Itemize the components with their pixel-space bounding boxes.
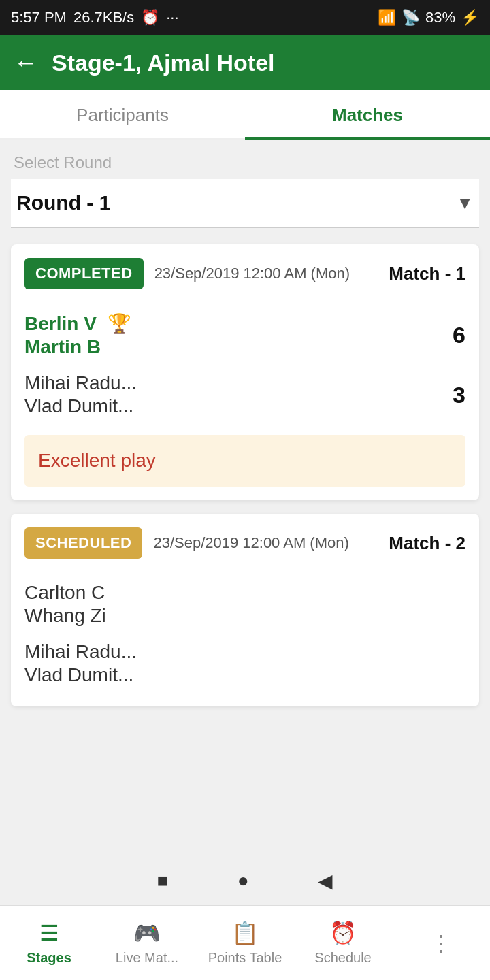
chevron-down-icon: ▼ bbox=[456, 193, 474, 214]
nav-item-more[interactable]: ⋮ bbox=[392, 924, 490, 963]
points-table-icon: 📋 bbox=[231, 920, 259, 946]
match2-team2-player1: Mihai Radu... bbox=[24, 641, 137, 663]
select-round-label: Select Round bbox=[11, 153, 479, 172]
nav-item-live[interactable]: 🎮 Live Mat... bbox=[98, 913, 196, 973]
match-datetime-2: 23/Sep/2019 12:00 AM (Mon) bbox=[153, 534, 378, 552]
back-nav-button[interactable]: ◀ bbox=[318, 870, 333, 892]
match-note-1: Excellent play bbox=[24, 435, 466, 487]
team1-player2: Martin B bbox=[24, 336, 131, 358]
battery-level: 83% bbox=[425, 9, 455, 27]
team-row-loser: Mihai Radu... Vlad Dumit... 3 bbox=[24, 365, 466, 424]
team2-names: Mihai Radu... Vlad Dumit... bbox=[24, 372, 137, 417]
live-matches-icon: 🎮 bbox=[133, 920, 161, 946]
status-badge-scheduled: SCHEDULED bbox=[24, 527, 142, 559]
team2-player2: Vlad Dumit... bbox=[24, 395, 137, 417]
nav-label-live: Live Mat... bbox=[116, 950, 178, 966]
team-row-winner: Berlin V 🏆 Martin B 6 bbox=[24, 306, 466, 365]
home-button[interactable]: ● bbox=[238, 870, 249, 892]
match2-team2-player2: Vlad Dumit... bbox=[24, 664, 137, 686]
team2-score: 3 bbox=[453, 382, 466, 408]
match-number-1: Match - 1 bbox=[389, 263, 466, 284]
status-time: 5:57 PM bbox=[11, 9, 67, 27]
dots-icon: ··· bbox=[166, 9, 178, 27]
match2-team1-player2: Whang Zi bbox=[24, 605, 106, 627]
trophy-icon: 🏆 bbox=[108, 313, 131, 334]
bottom-nav: ☰ Stages 🎮 Live Mat... 📋 Points Table ⏰ … bbox=[0, 905, 490, 980]
match-number-2: Match - 2 bbox=[389, 533, 466, 554]
match2-team2-names: Mihai Radu... Vlad Dumit... bbox=[24, 641, 137, 686]
team1-player1: Berlin V 🏆 bbox=[24, 312, 131, 335]
alarm-icon: ⏰ bbox=[141, 9, 159, 27]
page-title: Stage-1, Ajmal Hotel bbox=[52, 50, 274, 76]
nav-item-schedule[interactable]: ⏰ Schedule bbox=[294, 913, 392, 973]
nav-label-points: Points Table bbox=[208, 950, 282, 966]
match2-team2-row: Mihai Radu... Vlad Dumit... bbox=[24, 634, 466, 693]
match-card-2: SCHEDULED 23/Sep/2019 12:00 AM (Mon) Mat… bbox=[11, 514, 479, 706]
square-button[interactable]: ■ bbox=[157, 870, 169, 892]
match-card-1: COMPLETED 23/Sep/2019 12:00 AM (Mon) Mat… bbox=[11, 244, 479, 500]
team1-score: 6 bbox=[453, 322, 466, 348]
match2-team1-row: Carlton C Whang Zi bbox=[24, 575, 466, 634]
wifi-icon: 📶 bbox=[378, 9, 396, 27]
back-button[interactable]: ← bbox=[14, 48, 38, 77]
stages-icon: ☰ bbox=[39, 920, 59, 946]
status-network: 26.7KB/s bbox=[74, 9, 134, 27]
round-dropdown[interactable]: Round - 1 ▼ bbox=[11, 179, 479, 228]
tab-participants[interactable]: Participants bbox=[0, 90, 245, 138]
signal-icon: 📡 bbox=[402, 9, 420, 27]
header: ← Stage-1, Ajmal Hotel bbox=[0, 35, 490, 90]
nav-label-schedule: Schedule bbox=[314, 950, 371, 966]
tabs-bar: Participants Matches bbox=[0, 90, 490, 140]
match-header-2: SCHEDULED 23/Sep/2019 12:00 AM (Mon) Mat… bbox=[24, 527, 466, 559]
match2-team1-names: Carlton C Whang Zi bbox=[24, 582, 106, 627]
team1-names: Berlin V 🏆 Martin B bbox=[24, 312, 131, 358]
more-icon: ⋮ bbox=[430, 930, 452, 956]
tab-matches[interactable]: Matches bbox=[245, 90, 490, 138]
status-bar: 5:57 PM 26.7KB/s ⏰ ··· 📶 📡 83% ⚡ bbox=[0, 0, 490, 35]
nav-label-stages: Stages bbox=[27, 950, 71, 966]
match2-team1-player1: Carlton C bbox=[24, 582, 106, 604]
team2-player1: Mihai Radu... bbox=[24, 372, 137, 394]
schedule-icon: ⏰ bbox=[329, 920, 357, 946]
status-badge-completed: COMPLETED bbox=[24, 258, 144, 289]
main-content: Select Round Round - 1 ▼ COMPLETED 23/Se… bbox=[0, 140, 490, 856]
nav-item-stages[interactable]: ☰ Stages bbox=[0, 913, 98, 973]
charging-icon: ⚡ bbox=[461, 9, 479, 27]
nav-item-points[interactable]: 📋 Points Table bbox=[196, 913, 294, 973]
match-header-1: COMPLETED 23/Sep/2019 12:00 AM (Mon) Mat… bbox=[24, 258, 466, 289]
round-dropdown-value: Round - 1 bbox=[16, 191, 110, 214]
match-note-text-1: Excellent play bbox=[38, 450, 156, 471]
match-datetime-1: 23/Sep/2019 12:00 AM (Mon) bbox=[154, 265, 378, 282]
home-indicator: ■ ● ◀ bbox=[0, 856, 490, 905]
